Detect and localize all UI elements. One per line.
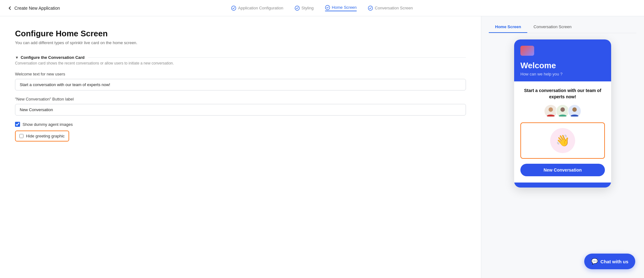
section-description: Conversation card shows the recent conve… <box>15 61 466 65</box>
button-label-field-group: "New Conversation" Button label <box>15 97 466 122</box>
agent-avatar-3 <box>568 104 581 118</box>
back-label: Create New Application <box>14 6 60 11</box>
show-dummy-checkbox[interactable] <box>15 122 20 127</box>
new-conversation-button-label: New Conversation <box>544 167 582 172</box>
svg-point-5 <box>560 107 565 112</box>
new-conversation-button[interactable]: New Conversation <box>520 164 605 176</box>
chat-btn-label: Chat with us <box>601 259 628 264</box>
phone-header: Welcome How can we help you ? <box>514 39 611 81</box>
chat-icon: 💬 <box>591 258 598 265</box>
section-title: Configure the Conversation Card <box>21 55 84 60</box>
wave-background: 👋 <box>550 128 575 153</box>
step-styling[interactable]: Styling <box>294 6 314 11</box>
phone-card-text: Start a conversation with our team of ex… <box>520 88 605 100</box>
welcome-text-input[interactable] <box>15 79 466 90</box>
phone-logo <box>520 46 534 56</box>
agent-avatars <box>520 104 605 118</box>
top-nav: Create New Application Application Confi… <box>0 0 644 16</box>
step-home-screen-label: Home Screen <box>332 5 356 10</box>
step-conversation-screen-label: Conversation Screen <box>375 6 413 10</box>
check-icon-app-config <box>231 6 236 11</box>
welcome-text-field-group: Welcome text for new users <box>15 72 466 97</box>
chat-with-us-button[interactable]: 💬 Chat with us <box>584 254 635 269</box>
step-conversation-screen[interactable]: Conversation Screen <box>368 6 413 11</box>
step-app-config[interactable]: Application Configuration <box>231 6 284 11</box>
step-styling-label: Styling <box>301 6 314 10</box>
button-label-input[interactable] <box>15 104 466 116</box>
svg-point-6 <box>572 107 577 112</box>
show-dummy-checkbox-row: Show dummy agent images <box>15 122 466 127</box>
tab-conversation-screen-label: Conversation Screen <box>534 24 571 29</box>
phone-footer <box>514 183 611 188</box>
tab-home-screen[interactable]: Home Screen <box>489 21 527 33</box>
hide-greeting-label: Hide greeting graphic <box>26 134 65 138</box>
nav-steps: Application Configuration Styling Home S… <box>231 5 413 11</box>
phone-welcome-subtitle: How can we help you ? <box>520 72 605 76</box>
welcome-text-label: Welcome text for new users <box>15 72 466 76</box>
greeting-graphic-box: 👋 <box>520 122 605 159</box>
phone-welcome-title: Welcome <box>520 61 605 70</box>
check-icon-home <box>325 5 330 10</box>
hide-greeting-checkbox[interactable] <box>19 134 23 138</box>
hide-greeting-box: Hide greeting graphic <box>15 131 69 142</box>
show-dummy-label: Show dummy agent images <box>23 122 73 127</box>
preview-tabs: Home Screen Conversation Screen <box>489 21 636 33</box>
svg-point-4 <box>549 107 553 112</box>
left-panel: Configure Home Screen You can add differ… <box>0 16 481 278</box>
tab-home-screen-label: Home Screen <box>495 24 521 29</box>
step-home-screen[interactable]: Home Screen <box>325 5 356 11</box>
tab-conversation-screen[interactable]: Conversation Screen <box>527 21 578 33</box>
step-app-config-label: Application Configuration <box>238 6 284 10</box>
page-subtitle: You can add different types of sprinklr … <box>15 40 466 45</box>
back-button[interactable]: Create New Application <box>8 6 60 11</box>
main-layout: Configure Home Screen You can add differ… <box>0 16 644 278</box>
phone-card: Start a conversation with our team of ex… <box>514 81 611 183</box>
check-icon-styling <box>294 6 299 11</box>
section-divider <box>88 57 466 58</box>
wave-emoji: 👋 <box>556 134 570 147</box>
button-label-label: "New Conversation" Button label <box>15 97 466 101</box>
page-title: Configure Home Screen <box>15 29 466 39</box>
right-panel: Home Screen Conversation Screen Welcome … <box>481 16 644 278</box>
phone-mockup: Welcome How can we help you ? Start a co… <box>514 39 611 188</box>
check-icon-conversation <box>368 6 373 11</box>
section-header: ▼ Configure the Conversation Card <box>15 55 466 60</box>
collapse-icon[interactable]: ▼ <box>15 55 19 60</box>
